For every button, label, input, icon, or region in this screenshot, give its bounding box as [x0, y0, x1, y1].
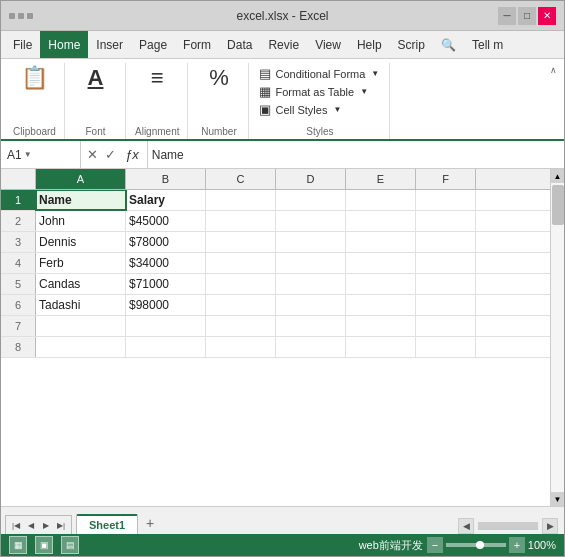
menu-item-tell_me[interactable]: Tell m [464, 31, 511, 58]
cell-d3[interactable] [276, 232, 346, 252]
col-header-f[interactable]: F [416, 169, 476, 189]
cell-b8[interactable] [126, 337, 206, 357]
col-header-c[interactable]: C [206, 169, 276, 189]
zoom-out-button[interactable]: − [427, 537, 443, 553]
sheet-tab-sheet1[interactable]: Sheet1 [76, 514, 138, 534]
cell-styles-button[interactable]: ▣ Cell Styles ▼ [256, 101, 383, 118]
paste-button[interactable]: 📋 [17, 65, 53, 93]
cell-b6[interactable]: $98000 [126, 295, 206, 315]
cell-e8[interactable] [346, 337, 416, 357]
menu-item-page[interactable]: Page [131, 31, 175, 58]
cell-a4[interactable]: Ferb [36, 253, 126, 273]
cell-b4[interactable]: $34000 [126, 253, 206, 273]
menu-item-view[interactable]: View [307, 31, 349, 58]
cell-f5[interactable] [416, 274, 476, 294]
cell-d6[interactable] [276, 295, 346, 315]
cell-f2[interactable] [416, 211, 476, 231]
sheet-nav-prev[interactable]: ◀ [24, 518, 38, 532]
menu-item-form[interactable]: Form [175, 31, 219, 58]
sheet-nav-first[interactable]: |◀ [9, 518, 23, 532]
cell-f4[interactable] [416, 253, 476, 273]
cancel-formula-button[interactable]: ✕ [85, 147, 100, 162]
cell-c2[interactable] [206, 211, 276, 231]
cell-c4[interactable] [206, 253, 276, 273]
col-header-e[interactable]: E [346, 169, 416, 189]
cell-e3[interactable] [346, 232, 416, 252]
cell-e1[interactable] [346, 190, 416, 210]
cell-c6[interactable] [206, 295, 276, 315]
normal-view-button[interactable]: ▦ [9, 536, 27, 554]
page-break-button[interactable]: ▤ [61, 536, 79, 554]
menu-item-review[interactable]: Revie [260, 31, 307, 58]
cell-e6[interactable] [346, 295, 416, 315]
font-button[interactable]: A [78, 65, 114, 91]
alignment-button[interactable]: ≡ [139, 65, 175, 91]
cell-d1[interactable] [276, 190, 346, 210]
conditional-formatting-button[interactable]: ▤ Conditional Forma ▼ [256, 65, 383, 82]
cell-b5[interactable]: $71000 [126, 274, 206, 294]
cell-d5[interactable] [276, 274, 346, 294]
cell-c7[interactable] [206, 316, 276, 336]
cell-e5[interactable] [346, 274, 416, 294]
menu-item-file[interactable]: File [5, 31, 40, 58]
menu-item-insert[interactable]: Inser [88, 31, 131, 58]
cell-d4[interactable] [276, 253, 346, 273]
sheet-nav-last[interactable]: ▶| [54, 518, 68, 532]
cell-a5[interactable]: Candas [36, 274, 126, 294]
number-button[interactable]: % [201, 65, 237, 91]
scroll-tab-left[interactable]: ◀ [458, 518, 474, 534]
maximize-button[interactable]: □ [518, 7, 536, 25]
cell-a3[interactable]: Dennis [36, 232, 126, 252]
menu-item-data[interactable]: Data [219, 31, 260, 58]
sheet-nav-next[interactable]: ▶ [39, 518, 53, 532]
cell-f6[interactable] [416, 295, 476, 315]
confirm-formula-button[interactable]: ✓ [103, 147, 118, 162]
cell-d7[interactable] [276, 316, 346, 336]
cell-b3[interactable]: $78000 [126, 232, 206, 252]
add-sheet-button[interactable]: + [138, 512, 162, 534]
cell-b2[interactable]: $45000 [126, 211, 206, 231]
scroll-thumb[interactable] [552, 185, 564, 225]
cell-e4[interactable] [346, 253, 416, 273]
cell-e7[interactable] [346, 316, 416, 336]
cell-c1[interactable] [206, 190, 276, 210]
cell-f3[interactable] [416, 232, 476, 252]
col-header-b[interactable]: B [126, 169, 206, 189]
cell-f1[interactable] [416, 190, 476, 210]
menu-item-home[interactable]: Home [40, 31, 88, 58]
cell-a8[interactable] [36, 337, 126, 357]
cell-a7[interactable] [36, 316, 126, 336]
cell-c8[interactable] [206, 337, 276, 357]
format-as-table-button[interactable]: ▦ Format as Table ▼ [256, 83, 383, 100]
vertical-scrollbar[interactable]: ▲ ▼ [550, 169, 564, 506]
page-layout-button[interactable]: ▣ [35, 536, 53, 554]
col-header-a[interactable]: A [36, 169, 126, 189]
cell-b7[interactable] [126, 316, 206, 336]
minimize-button[interactable]: ─ [498, 7, 516, 25]
name-box[interactable]: A1 ▼ [1, 141, 81, 168]
scroll-track[interactable] [551, 183, 564, 492]
formula-input[interactable]: Name [148, 148, 564, 162]
cell-c5[interactable] [206, 274, 276, 294]
cell-d2[interactable] [276, 211, 346, 231]
menu-item-search_icon[interactable]: 🔍 [433, 31, 464, 58]
cell-a6[interactable]: Tadashi [36, 295, 126, 315]
zoom-slider-thumb[interactable] [476, 541, 484, 549]
cell-b1[interactable]: Salary [126, 190, 206, 210]
col-header-d[interactable]: D [276, 169, 346, 189]
cell-f7[interactable] [416, 316, 476, 336]
scroll-tab-right[interactable]: ▶ [542, 518, 558, 534]
zoom-slider[interactable] [446, 543, 506, 547]
cell-a2[interactable]: John [36, 211, 126, 231]
cell-f8[interactable] [416, 337, 476, 357]
ribbon-collapse-button[interactable]: ∧ [544, 61, 562, 79]
scroll-down-button[interactable]: ▼ [551, 492, 565, 506]
cell-a1[interactable]: Name [36, 190, 126, 210]
close-button[interactable]: ✕ [538, 7, 556, 25]
menu-item-help[interactable]: Help [349, 31, 390, 58]
scroll-up-button[interactable]: ▲ [551, 169, 565, 183]
cell-d8[interactable] [276, 337, 346, 357]
cell-c3[interactable] [206, 232, 276, 252]
menu-item-script[interactable]: Scrip [390, 31, 433, 58]
cell-e2[interactable] [346, 211, 416, 231]
